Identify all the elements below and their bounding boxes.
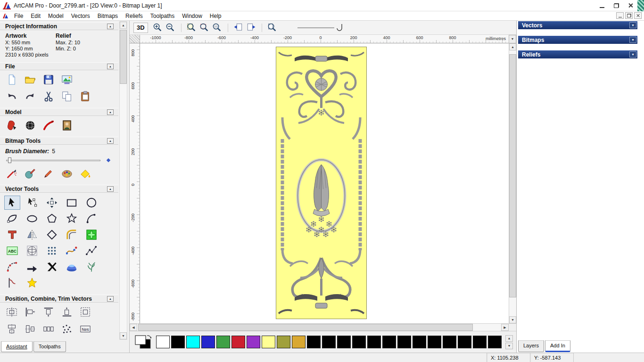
palette-swatch[interactable] [473, 336, 487, 348]
scroll-down-icon[interactable]: ▼ [509, 316, 516, 323]
palette-swatch[interactable] [488, 336, 502, 348]
scroll-right-icon[interactable]: ▶ [501, 324, 509, 331]
palette-up-icon[interactable]: ▲ [505, 335, 513, 342]
assistant-scroll-track[interactable] [120, 29, 127, 332]
portrait-button[interactable] [60, 118, 74, 132]
chevron-down-icon[interactable]: ▼ [629, 22, 636, 28]
palette-swatch[interactable] [382, 336, 396, 348]
sphere-model-button[interactable] [23, 118, 37, 132]
offset-vector-button[interactable] [44, 228, 60, 242]
select-vectors-button[interactable] [4, 196, 20, 210]
open-file-button[interactable] [23, 73, 37, 86]
paint-brush-button[interactable] [41, 166, 56, 180]
wrap-sphere-button[interactable] [24, 244, 40, 258]
create-arc-button[interactable] [83, 212, 99, 226]
new-document-button[interactable] [5, 73, 19, 86]
palette-swatch[interactable] [247, 336, 260, 348]
panel-header-bitmaps[interactable]: Bitmaps▼ [518, 36, 637, 44]
palette-swatch[interactable] [231, 336, 245, 348]
collapse-icon[interactable]: ▲ [107, 186, 114, 192]
palette-swatch[interactable] [156, 336, 170, 348]
menu-model[interactable]: Model [44, 12, 67, 20]
page-right-button[interactable] [246, 22, 257, 33]
panel-header-vectors[interactable]: Vectors▼ [518, 21, 637, 29]
child-close-button[interactable] [634, 12, 642, 19]
create-ellipse-button[interactable] [24, 212, 40, 226]
create-fern-button[interactable] [83, 260, 99, 274]
tab-layers[interactable]: Layers [518, 340, 544, 352]
menu-bitmaps[interactable]: Bitmaps [94, 12, 122, 20]
collapse-icon[interactable]: ▲ [107, 64, 114, 69]
palette-swatch[interactable] [322, 336, 336, 348]
mirror-vectors-button[interactable] [24, 228, 40, 242]
horizontal-scroll-track[interactable] [137, 324, 501, 331]
zoom-previous-button[interactable] [186, 22, 198, 33]
trim-knife-button[interactable] [44, 260, 60, 274]
palette-swatch[interactable] [277, 336, 290, 348]
create-polygon-button[interactable] [44, 212, 60, 226]
create-text-button[interactable] [4, 228, 20, 242]
load-relief-button[interactable] [5, 118, 19, 132]
door-artwork[interactable] [276, 47, 367, 319]
palette-swatch[interactable] [397, 336, 411, 348]
star-wizard-button[interactable] [24, 276, 40, 290]
minimize-button[interactable] [595, 0, 609, 11]
align-bottom-button[interactable] [60, 305, 74, 319]
tab-add-in[interactable]: Add In [545, 340, 570, 352]
brush-diameter-slider[interactable] [5, 156, 114, 164]
menu-file[interactable]: File [10, 12, 27, 20]
menu-toolpaths[interactable]: Toolpaths [147, 12, 178, 20]
slider-handle[interactable] [8, 157, 11, 163]
palette-swatch[interactable] [307, 336, 321, 348]
palette-swatch[interactable] [413, 336, 426, 348]
restore-button[interactable] [609, 0, 623, 11]
collapse-icon[interactable]: ▲ [107, 109, 114, 115]
palette-swatch[interactable] [337, 336, 351, 348]
align-v-centers-button[interactable] [23, 322, 37, 336]
palette-swatch[interactable] [216, 336, 230, 348]
zoom-scale-button[interactable]: 1:1 [212, 22, 223, 33]
polyline-points-button[interactable] [83, 244, 99, 258]
palette-swatch[interactable] [428, 336, 441, 348]
transform-vectors-button[interactable] [44, 196, 60, 210]
assistant-scrollbar[interactable]: ▲ ▼ [119, 21, 127, 340]
align-top-button[interactable] [41, 305, 56, 319]
palette-swatch[interactable] [262, 336, 275, 348]
save-model-button[interactable] [41, 73, 56, 86]
palette-swatch[interactable] [443, 336, 456, 348]
palette-swatch[interactable] [352, 336, 366, 348]
nesting-button[interactable]: Nes [78, 322, 92, 336]
collapse-icon[interactable]: ▲ [107, 24, 114, 29]
scroll-down-icon[interactable]: ▼ [120, 332, 127, 339]
palette-swatch[interactable] [201, 336, 215, 348]
paste-array-button[interactable] [44, 244, 60, 258]
align-center-button[interactable] [78, 305, 92, 319]
import-image-button[interactable] [60, 73, 74, 86]
undo-button[interactable] [5, 90, 19, 103]
red-swoosh-button[interactable] [41, 118, 56, 132]
palette-swatch[interactable] [186, 336, 200, 348]
center-in-page-button[interactable] [5, 305, 19, 319]
chevron-down-icon[interactable]: ▼ [629, 51, 636, 58]
tab-assistant[interactable]: Assistant [1, 341, 33, 352]
align-left-button[interactable] [23, 305, 37, 319]
horizontal-scrollbar[interactable]: ◀ ▶ [130, 323, 509, 331]
curve-fit-button[interactable] [64, 244, 80, 258]
zoom-out-button[interactable] [165, 22, 176, 33]
vertical-scroll-track[interactable] [509, 50, 516, 316]
palette-swatch[interactable] [171, 336, 185, 348]
horizontal-scroll-thumb[interactable] [138, 324, 473, 331]
create-rectangle-button[interactable] [64, 196, 80, 210]
scroll-up-icon[interactable]: ▲ [509, 43, 516, 50]
scroll-up-icon[interactable]: ▲ [120, 22, 127, 29]
paint-relief-button[interactable] [23, 166, 37, 180]
titlebar-drag-area[interactable] [162, 0, 595, 11]
line-style-preview[interactable] [297, 23, 348, 33]
switch-3d-view-button[interactable]: 3D [133, 23, 148, 33]
arc-three-points-button[interactable] [4, 260, 20, 274]
zoom-in-button[interactable] [152, 22, 164, 33]
close-button[interactable] [623, 0, 637, 11]
redo-button[interactable] [23, 90, 37, 103]
fillet-vectors-button[interactable] [64, 228, 80, 242]
palette-swatch[interactable] [292, 336, 305, 348]
